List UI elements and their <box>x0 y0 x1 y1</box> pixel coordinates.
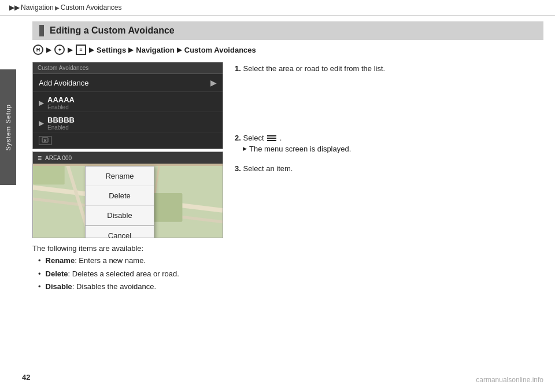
bbbbb-arrow: ▶ <box>39 119 44 127</box>
aaaaa-arrow: ▶ <box>39 99 44 107</box>
scr1-bbbbb-row: ▶ BBBBB Enabled <box>33 112 223 132</box>
bbbbb-name: BBBBB <box>47 116 75 124</box>
nav-navigation: Navigation <box>136 46 174 54</box>
step3-text: Select an item. <box>243 164 293 173</box>
heading-bar <box>39 25 44 36</box>
page-number: 42 <box>22 373 30 382</box>
step1-num: 1. <box>235 64 241 73</box>
scr2-header: ≡ AREA 000 <box>33 152 223 164</box>
step2-arrow: The menu screen is displayed. <box>235 143 543 155</box>
add-arrow: ▶ <box>210 78 217 87</box>
rename-option[interactable]: Rename <box>86 167 154 186</box>
menu-icon-inline <box>266 134 280 142</box>
menu-icon: ≡ <box>76 45 86 55</box>
below-intro: The following items are available: <box>32 243 223 255</box>
context-menu: Rename Delete Disable Cancel <box>85 166 154 238</box>
scr1-header: Custom Avoidances <box>33 62 223 74</box>
step-1: 1. Select the area or road to edit from … <box>235 63 543 75</box>
breadcrumb-bar: ▶▶ Navigation ▶ Custom Avoidances <box>0 0 555 16</box>
step-2: 2. Select . The menu screen is displayed… <box>235 132 543 155</box>
left-column: Custom Avoidances Add Avoidance ▶ ▶ AAAA… <box>32 62 223 294</box>
bullet-disable: • Disable: Disables the avoidance. <box>32 281 223 293</box>
watermark: carmanualsonline.info <box>476 376 543 384</box>
step-3: 3. Select an item. <box>235 163 543 175</box>
circle-icon: ✦ <box>54 45 65 55</box>
step2-arrow-text: The menu screen is displayed. <box>249 143 351 155</box>
scr1-aaaaa-row: ▶ AAAAA Enabled <box>33 92 223 112</box>
svg-rect-9 <box>33 166 65 184</box>
step2-num: 2. <box>235 134 241 142</box>
screenshot-map: ≡ AREA 000 <box>32 151 223 238</box>
add-avoidance-label: Add Avoidance <box>39 79 89 87</box>
step2-cont: . <box>280 134 282 142</box>
nav-custom-avoidances: Custom Avoidances <box>184 46 256 54</box>
two-col-layout: Custom Avoidances Add Avoidance ▶ ▶ AAAA… <box>32 62 543 294</box>
nav-path: H ▶ ✦ ▶ ≡ ▶ Settings ▶ Navigation ▶ Cust… <box>32 45 543 55</box>
breadcrumb-crumb2: Custom Avoidances <box>61 3 122 12</box>
nav-settings: Settings <box>97 46 126 54</box>
main-content: Editing a Custom Avoidance H ▶ ✦ ▶ ≡ ▶ S… <box>21 21 555 294</box>
sidebar-label: System Setup <box>5 104 12 150</box>
bullet-delete: • Delete: Deletes a selected area or roa… <box>32 268 223 280</box>
disable-option[interactable]: Disable <box>86 206 154 225</box>
below-text: The following items are available: • Ren… <box>32 243 223 293</box>
bullet-rename: • Rename: Enters a new name. <box>32 255 223 267</box>
step1-text: Select the area or road to edit from the… <box>243 64 385 73</box>
breadcrumb-arrows: ▶▶ <box>9 3 20 12</box>
breadcrumb-crumb1: Navigation <box>21 3 54 12</box>
delete-icon <box>39 136 51 145</box>
scr2-area-label: AREA 000 <box>45 155 72 161</box>
scr1-add-row[interactable]: Add Avoidance ▶ <box>33 74 223 92</box>
sidebar-tab: System Setup <box>0 69 16 185</box>
section-title: Editing a Custom Avoidance <box>50 25 175 36</box>
breadcrumb-arrow2: ▶ <box>55 5 60 11</box>
step3-num: 3. <box>235 164 241 173</box>
bbbbb-sub: Enabled <box>47 124 75 131</box>
aaaaa-name: AAAAA <box>47 95 75 104</box>
step2-text: Select <box>243 134 266 142</box>
delete-option[interactable]: Delete <box>86 186 154 206</box>
aaaaa-sub: Enabled <box>47 104 75 110</box>
screenshot-custom-avoidances: Custom Avoidances Add Avoidance ▶ ▶ AAAA… <box>32 62 223 149</box>
home-icon: H <box>33 45 43 55</box>
svg-rect-0 <box>42 138 48 142</box>
section-heading: Editing a Custom Avoidance <box>32 21 543 40</box>
scr2-menu-icon: ≡ <box>38 154 42 162</box>
right-column: 1. Select the area or road to edit from … <box>235 62 543 182</box>
cancel-option[interactable]: Cancel <box>86 225 154 238</box>
scr1-delete-row <box>33 132 223 149</box>
